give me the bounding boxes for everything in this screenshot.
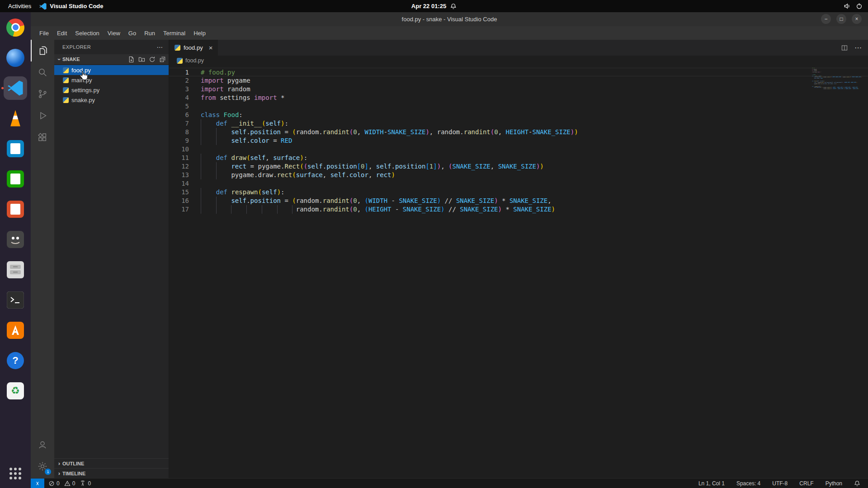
code-line-11[interactable]: 11 def draw(self, surface): (169, 154, 868, 162)
code-line-2[interactable]: 2import pygame (169, 76, 868, 85)
status-remote[interactable] (31, 479, 44, 488)
power-icon (856, 3, 863, 9)
code-text (189, 145, 868, 154)
dock-item-files[interactable] (0, 254, 31, 285)
menu-view[interactable]: View (104, 28, 124, 38)
tab-food-py[interactable]: food.py × (169, 40, 218, 56)
dock-item-libreoffice-calc[interactable] (0, 164, 31, 194)
status-language-mode[interactable]: Python (823, 479, 844, 488)
menu-run[interactable]: Run (140, 28, 159, 38)
activities-button[interactable]: Activities (0, 0, 39, 12)
code-line-10[interactable]: 10 (169, 145, 868, 154)
status-radio-tower[interactable]: 0 (77, 479, 93, 488)
dock-item-gimp[interactable] (0, 224, 31, 254)
activity-explorer[interactable] (31, 40, 54, 61)
refresh-icon[interactable] (149, 56, 156, 63)
code-line-16[interactable]: 16 self.position = (random.randint(0, (W… (169, 197, 868, 205)
code-text (189, 102, 868, 111)
show-applications-button[interactable] (0, 462, 31, 485)
python-icon (177, 58, 183, 64)
activity-source-control[interactable] (31, 83, 54, 105)
outline-section[interactable]: › OUTLINE (54, 458, 169, 468)
dock-item-vscode[interactable] (0, 73, 31, 103)
account-icon (37, 439, 48, 450)
timeline-section[interactable]: › TIMELINE (54, 468, 169, 478)
code-line-3[interactable]: 3import random (169, 85, 868, 94)
code-line-8[interactable]: 8 self.position = (random.randint(0, WID… (169, 128, 868, 136)
breadcrumb[interactable]: food.py (169, 56, 868, 66)
minimap[interactable]: # food.pyimport pygameimport randomfrom … (812, 67, 868, 158)
code-line-12[interactable]: 12 rect = pygame.Rect((self.position[0],… (169, 162, 868, 171)
status-notifications[interactable] (852, 479, 863, 488)
activity-search[interactable] (31, 61, 54, 83)
dock-item-help[interactable]: ? (0, 345, 31, 375)
minimize-button[interactable]: − (821, 14, 831, 24)
dock-item-vlc[interactable] (0, 103, 31, 133)
activity-settings-gear[interactable]: 1 (31, 455, 54, 477)
dock-item-libreoffice-impress[interactable] (0, 194, 31, 224)
file-name: settings.py (71, 87, 99, 94)
new-folder-icon[interactable] (138, 56, 145, 63)
code-line-15[interactable]: 15 def respawn(self): (169, 188, 868, 197)
code-line-5[interactable]: 5 (169, 102, 868, 111)
code-line-1[interactable]: 1# food.py (169, 68, 868, 76)
menu-selection[interactable]: Selection (71, 28, 103, 38)
dock-item-libreoffice-writer[interactable] (0, 133, 31, 164)
python-icon (63, 77, 69, 83)
file-snake-py[interactable]: snake.py (54, 95, 169, 105)
tab-bar: food.py × ⋯ (169, 40, 868, 56)
file-food-py[interactable]: food.py (54, 65, 169, 75)
code-line-14[interactable]: 14 (169, 179, 868, 188)
dock-item-green-recycle[interactable]: ♻ (0, 375, 31, 406)
maximize-button[interactable]: □ (836, 14, 846, 24)
editor-more-actions-icon[interactable]: ⋯ (854, 43, 862, 52)
collapse-all-icon[interactable] (159, 56, 166, 63)
explorer-header: EXPLORER ⋯ (54, 40, 169, 54)
status-value: CRLF (799, 480, 813, 487)
file-main-py[interactable]: main.py (54, 75, 169, 85)
file-name: snake.py (71, 97, 95, 103)
status-encoding[interactable]: UTF-8 (770, 479, 790, 488)
clock-menu[interactable]: Apr 22 01:25 (411, 3, 457, 9)
menu-help[interactable]: Help (189, 28, 210, 38)
folder-section-header[interactable]: › SNAKE (54, 54, 169, 64)
code-line-9[interactable]: 9 self.color = RED (169, 136, 868, 145)
menu-terminal[interactable]: Terminal (159, 28, 189, 38)
code-line-17[interactable]: 17 random.randint(0, (HEIGHT - SNAKE_SIZ… (169, 205, 868, 214)
new-file-icon[interactable] (128, 56, 135, 63)
status-eol[interactable]: CRLF (797, 479, 816, 488)
dock-item-chrome[interactable] (0, 12, 31, 42)
status-indentation[interactable]: Spaces: 4 (734, 479, 763, 488)
apps-grid-icon (9, 468, 21, 479)
libreoffice-calc-icon (4, 167, 27, 191)
menu-go[interactable]: Go (124, 28, 140, 38)
split-editor-icon[interactable] (841, 44, 848, 52)
explorer-more-actions-icon[interactable]: ⋯ (157, 43, 163, 51)
close-button[interactable]: × (852, 14, 862, 24)
indent-guide (201, 154, 201, 162)
file-settings-py[interactable]: settings.py (54, 85, 169, 95)
chevron-down-icon: › (56, 56, 63, 62)
activity-run-debug[interactable] (31, 105, 54, 127)
activity-account[interactable] (31, 434, 54, 455)
status-warning[interactable]: 0 (62, 479, 78, 488)
code-line-13[interactable]: 13 pygame.draw.rect(surface, self.color,… (169, 171, 868, 179)
code-line-7[interactable]: 7 def __init__(self): (169, 119, 868, 128)
status-cursor-position[interactable]: Ln 1, Col 1 (696, 479, 727, 488)
dock-item-terminal[interactable] (0, 285, 31, 315)
dock-item-ubuntu-software[interactable] (0, 315, 31, 345)
system-status-area[interactable] (844, 3, 863, 9)
focused-app-name: Visual Studio Code (50, 3, 103, 9)
focused-app-indicator[interactable]: Visual Studio Code (39, 3, 103, 10)
tab-close-icon[interactable]: × (209, 44, 213, 52)
menu-file[interactable]: File (35, 28, 53, 38)
dock-item-blue-sphere[interactable] (0, 42, 31, 73)
code-editor[interactable]: 1# food.py2import pygame3import random4f… (169, 66, 868, 478)
code-line-4[interactable]: 4from settings import * (169, 94, 868, 102)
status-value: 0 (57, 480, 60, 487)
activity-extensions[interactable] (31, 127, 54, 148)
code-line-6[interactable]: 6class Food: (169, 111, 868, 119)
status-error[interactable]: 0 (46, 479, 62, 488)
menu-edit[interactable]: Edit (53, 28, 71, 38)
window-title-bar[interactable]: food.py - snake - Visual Studio Code −□× (31, 12, 868, 26)
